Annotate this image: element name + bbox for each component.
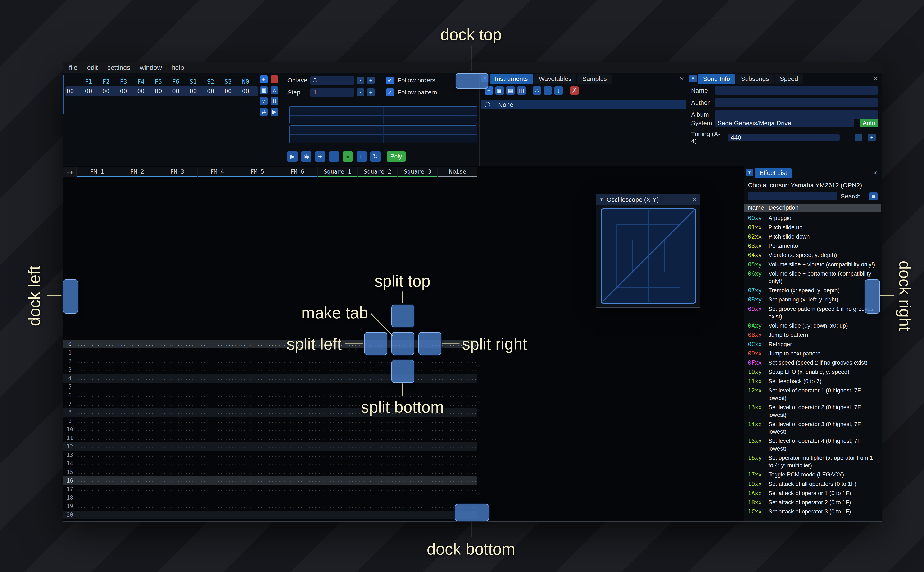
pattern-cell[interactable]: ... .. .. .... xyxy=(357,384,397,390)
tab-speed[interactable]: Speed xyxy=(775,74,803,84)
poly-toggle-button[interactable]: Poly xyxy=(387,151,405,162)
effect-row-19xx[interactable]: 19xxSet attack of all operators (0 to 1F… xyxy=(745,479,881,489)
pattern-cell[interactable]: ... .. .. .... xyxy=(77,359,117,364)
pattern-cell[interactable]: ... .. .. .... xyxy=(117,435,157,441)
pattern-cell[interactable]: ... .. .. .... xyxy=(437,427,477,432)
pattern-cell[interactable]: ... .. .. .... xyxy=(157,427,197,432)
pattern-cell[interactable]: ... .. .. .... xyxy=(77,401,117,407)
tab-song-info[interactable]: Song Info xyxy=(698,74,735,84)
pattern-cell[interactable]: ... .. .. .... xyxy=(77,393,117,398)
order-cell[interactable]: 00 xyxy=(150,88,167,95)
order-cell[interactable]: 00 xyxy=(202,88,219,95)
repeat-pattern-button[interactable]: ↻ xyxy=(370,151,380,162)
pattern-cell[interactable]: ... .. .. .... xyxy=(157,401,197,407)
tab-list-popup-icon[interactable]: ▼ xyxy=(745,169,753,176)
pattern-cell[interactable]: ... .. .. .... xyxy=(237,469,277,475)
pattern-cell[interactable]: ... .. .. .... xyxy=(357,521,397,521)
pattern-cell[interactable]: ... .. .. .... xyxy=(397,427,437,432)
pattern-cell[interactable]: ... .. .. .... xyxy=(397,478,437,483)
pattern-cell[interactable]: ... .. .. .... xyxy=(397,444,437,449)
pattern-cell[interactable]: ... .. .. .... xyxy=(357,469,397,475)
channel-header-square-2[interactable]: Square 2 xyxy=(357,167,397,177)
pattern-cell[interactable]: ... .. .. .... xyxy=(197,384,237,390)
pattern-cell[interactable]: ... .. .. .... xyxy=(197,376,237,381)
pattern-cell[interactable]: ... .. .. .... xyxy=(117,418,157,424)
order-edit-mode-button[interactable]: ▶ xyxy=(271,108,278,116)
effect-row-0Dxx[interactable]: 0DxxJump to next pattern xyxy=(745,349,881,358)
effect-row-13xx[interactable]: 13xxSet level of operator 2 (0 highest, … xyxy=(745,403,881,420)
pattern-cell[interactable]: ... .. .. .... xyxy=(157,521,197,521)
pattern-cell[interactable]: ... .. .. .... xyxy=(437,444,477,449)
pattern-cell[interactable]: ... .. .. .... xyxy=(277,376,317,381)
move-instrument-up-button[interactable]: ↑ xyxy=(544,86,552,95)
pattern-cell[interactable]: ... .. .. .... xyxy=(277,452,317,458)
pattern-cell[interactable]: ... .. .. .... xyxy=(117,359,157,364)
pattern-cell[interactable]: ... .. .. .... xyxy=(277,367,317,372)
tuning-decrease-button[interactable]: - xyxy=(855,134,862,141)
pattern-cell[interactable]: ... .. .. .... xyxy=(397,384,437,390)
pattern-cell[interactable]: ... .. .. .... xyxy=(77,418,117,424)
pattern-cell[interactable]: ... .. .. .... xyxy=(357,461,397,466)
pattern-corner-button[interactable]: ++ xyxy=(63,167,77,177)
effect-row-0Cxx[interactable]: 0CxxRetrigger xyxy=(745,340,881,349)
pattern-cell[interactable]: ... .. .. .... xyxy=(317,367,357,372)
pattern-cell[interactable]: ... .. .. .... xyxy=(397,521,437,521)
menu-item-window[interactable]: window xyxy=(140,64,162,72)
pattern-cell[interactable]: ... .. .. .... xyxy=(357,435,397,441)
follow-orders-checkbox[interactable]: ✓ xyxy=(386,76,394,84)
pattern-cell[interactable]: ... .. .. .... xyxy=(157,487,197,492)
pattern-cell[interactable]: ... .. .. .... xyxy=(157,367,197,372)
effect-row-11xx[interactable]: 11xxSet feedback (0 to 7) xyxy=(745,377,881,386)
pattern-cell[interactable]: ... .. .. .... xyxy=(277,418,317,424)
pattern-cell[interactable]: ... .. .. .... xyxy=(237,393,277,398)
pattern-cell[interactable]: ... .. .. .... xyxy=(197,418,237,424)
effect-search-input[interactable] xyxy=(748,192,837,201)
pattern-cell[interactable]: ... .. .. .... xyxy=(237,444,277,449)
follow-pattern-checkbox[interactable]: ✓ xyxy=(386,89,394,96)
effect-row-0Axy[interactable]: 0AxyVolume slide (0y: down; x0: up) xyxy=(745,321,881,330)
order-cell[interactable]: 00 xyxy=(237,88,254,95)
pattern-cell[interactable]: ... .. .. .... xyxy=(77,461,117,466)
auto-system-button[interactable]: Auto xyxy=(860,119,878,127)
pattern-cell[interactable]: ... .. .. .... xyxy=(237,487,277,492)
pattern-cell[interactable]: ... .. .. .... xyxy=(277,521,317,521)
pattern-cell[interactable]: ... .. .. .... xyxy=(277,461,317,466)
octave-input[interactable]: 3 xyxy=(310,76,354,84)
split-right-target-button[interactable] xyxy=(419,332,441,355)
split-top-target-button[interactable] xyxy=(391,305,414,327)
pattern-cell[interactable]: ... .. .. .... xyxy=(277,410,317,415)
pattern-cell[interactable]: ... .. .. .... xyxy=(317,487,357,492)
pattern-cell[interactable]: ... .. .. .... xyxy=(317,452,357,458)
pattern-cell[interactable]: ... .. .. .... xyxy=(77,512,117,518)
pattern-cell[interactable]: ... .. .. .... xyxy=(317,418,357,424)
pattern-cell[interactable]: ... .. .. .... xyxy=(77,521,117,521)
pattern-cell[interactable]: ... .. .. .... xyxy=(237,452,277,458)
pattern-cell[interactable]: ... .. .. .... xyxy=(437,487,477,492)
pattern-cell[interactable]: ... .. .. .... xyxy=(117,512,157,518)
pattern-cell[interactable]: ... .. .. .... xyxy=(237,418,277,424)
order-cell[interactable]: 00 xyxy=(97,88,115,95)
pattern-cell[interactable]: ... .. .. .... xyxy=(317,435,357,441)
pattern-cell[interactable]: ... .. .. .... xyxy=(317,376,357,381)
pattern-cell[interactable]: ... .. .. .... xyxy=(117,521,157,521)
step-decrease-button[interactable]: - xyxy=(357,89,364,96)
pattern-cell[interactable]: ... .. .. .... xyxy=(317,444,357,449)
tab-subsongs[interactable]: Subsongs xyxy=(736,74,774,84)
pattern-cell[interactable]: ... .. .. .... xyxy=(77,435,117,441)
pattern-cell[interactable]: ... .. .. .... xyxy=(197,478,237,483)
pattern-cell[interactable]: ... .. .. .... xyxy=(357,393,397,398)
pattern-cell[interactable]: ... .. .. .... xyxy=(77,444,117,449)
pattern-cell[interactable]: ... .. .. .... xyxy=(277,495,317,500)
pattern-cell[interactable]: ... .. .. .... xyxy=(237,427,277,432)
effect-row-0Fxx[interactable]: 0FxxSet speed (speed 2 if no grooves exi… xyxy=(745,358,881,367)
pattern-cell[interactable]: ... .. .. .... xyxy=(237,384,277,390)
pattern-cell[interactable]: ... .. .. .... xyxy=(117,384,157,390)
effect-row-00xy[interactable]: 00xyArpeggio xyxy=(745,213,881,223)
pattern-cell[interactable]: ... .. .. .... xyxy=(157,350,197,355)
pattern-cell[interactable]: ... .. .. .... xyxy=(397,435,437,441)
pattern-cell[interactable]: ... .. .. .... xyxy=(117,504,157,509)
pattern-cell[interactable]: ... .. .. .... xyxy=(157,469,197,475)
pattern-cell[interactable]: ... .. .. .... xyxy=(77,487,117,492)
effect-row-1Bxx[interactable]: 1BxxSet attack of operator 2 (0 to 1F) xyxy=(745,498,881,507)
stop-button[interactable]: ↓ xyxy=(329,151,339,162)
